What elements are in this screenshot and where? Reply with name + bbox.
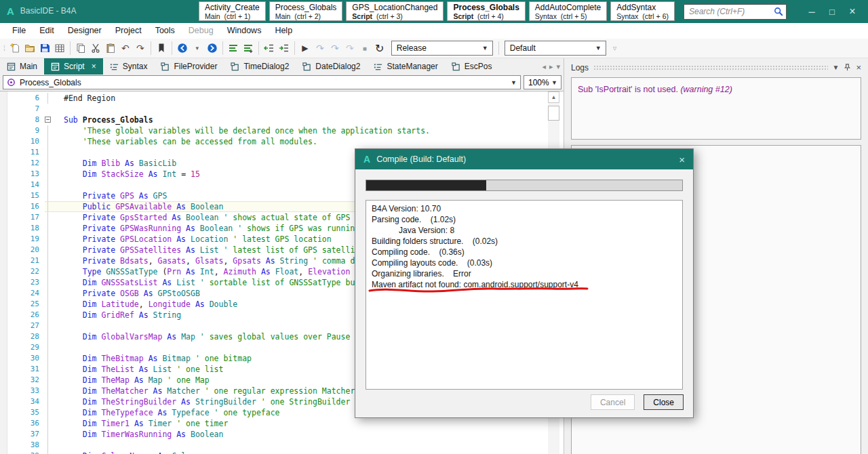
copy-icon[interactable]	[73, 41, 88, 56]
quick-tab-process_globals[interactable]: Process_GlobalsScript (ctrl + 4)	[447, 1, 525, 21]
logs-output[interactable]: Sub 'IsPortrait' is not used. (warning #…	[571, 77, 861, 140]
tab-close-icon[interactable]: ×	[92, 62, 96, 71]
code-text: Dim TimerWasRunning As Boolean	[56, 429, 223, 440]
line-number: 23	[8, 277, 45, 288]
dialog-close-icon[interactable]: ×	[679, 154, 685, 165]
panel-close-icon[interactable]: ×	[856, 62, 861, 73]
fold-guide	[45, 190, 56, 201]
menu-help[interactable]: Help	[268, 23, 299, 39]
close-button[interactable]: Close	[644, 394, 684, 410]
tab-list-icon[interactable]: ▾	[556, 62, 560, 71]
code-line-39: 39 Dim ColourNames As Colours	[8, 451, 543, 454]
minimize-icon[interactable]: ─	[802, 1, 822, 22]
search-box[interactable]	[684, 4, 787, 20]
line-number: 12	[8, 158, 45, 169]
indent-icon[interactable]	[277, 41, 292, 56]
nav-back-caret-icon[interactable]: ▾	[190, 41, 205, 56]
code-text	[56, 180, 83, 190]
compile-log[interactable]: B4A Version: 10.70Parsing code. (1.02s) …	[366, 200, 683, 390]
quick-tab-process_globals[interactable]: Process_GlobalsMain (ctrl + 2)	[269, 1, 343, 21]
pin-icon[interactable]	[844, 64, 851, 71]
menu-project[interactable]: Project	[108, 23, 149, 39]
open-folder-icon[interactable]	[22, 41, 37, 56]
code-text: Private GPSSatellites As List ' latest l…	[56, 245, 369, 255]
outdent-icon[interactable]	[262, 41, 277, 56]
code-module-icon	[374, 62, 382, 71]
quick-tab-addsyntax[interactable]: AddSyntaxSyntax (ctrl + 6)	[610, 1, 675, 21]
tab-scroll-right-icon[interactable]: ▸	[549, 62, 553, 71]
tab-label: StateManager	[387, 62, 437, 71]
build-config-select[interactable]: Default ▼	[505, 41, 606, 56]
cut-icon[interactable]	[88, 41, 103, 56]
cancel-button[interactable]: Cancel	[591, 394, 635, 410]
redo-icon[interactable]: ↷	[133, 41, 148, 56]
compile-dialog-titlebar[interactable]: A Compile (Build: Default) ×	[355, 149, 693, 169]
line-number: 24	[8, 288, 45, 299]
comment-icon[interactable]	[226, 41, 241, 56]
maximize-icon[interactable]: □	[822, 1, 842, 22]
bookmark-icon[interactable]	[154, 41, 169, 56]
code-text: #End Region	[56, 93, 115, 104]
rebuild-icon[interactable]: ↻	[372, 41, 387, 56]
menu-tools[interactable]: Tools	[149, 23, 182, 39]
scroll-up-icon[interactable]: ▲	[548, 91, 559, 103]
module-selector-row: Process_Globals ▼ 100% ▼	[0, 75, 564, 91]
tab-fileprovider[interactable]: FileProvider	[154, 58, 224, 75]
zoom-selector[interactable]: 100% ▼	[524, 75, 561, 89]
undo-icon[interactable]: ↶	[118, 41, 133, 56]
tab-main[interactable]: Main	[0, 58, 44, 75]
toolbar-drag-handle[interactable]: ⁞	[3, 45, 5, 52]
run-icon[interactable]: ▶	[298, 41, 313, 56]
code-line-6: 6#End Region	[8, 93, 543, 104]
menu-debug[interactable]: Debug	[182, 23, 220, 39]
paste-icon[interactable]	[103, 41, 118, 56]
compile-log-line: B4A Version: 10.70	[372, 203, 677, 214]
line-number: 17	[8, 212, 45, 223]
line-number: 34	[8, 396, 45, 407]
tab-label: Main	[20, 62, 37, 71]
menu-file[interactable]: File	[5, 23, 33, 39]
export-table-icon[interactable]	[52, 41, 67, 56]
tab-datedialog2[interactable]: DateDialog2	[296, 58, 367, 75]
quick-tab-addautocomplete[interactable]: AddAutoCompleteSyntax (ctrl + 5)	[529, 1, 607, 21]
sub-selector[interactable]: Process_Globals ▼	[3, 75, 521, 89]
tab-statemanager[interactable]: StateManager	[367, 58, 444, 75]
stop-icon[interactable]: ■	[357, 41, 372, 56]
release-mode-select[interactable]: Release ▼	[391, 41, 493, 56]
scrollbar-thumb[interactable]	[548, 106, 559, 121]
new-file-icon[interactable]	[7, 41, 22, 56]
tab-timedialog2[interactable]: TimeDialog2	[224, 58, 296, 75]
step-into-icon[interactable]: ↷	[313, 41, 328, 56]
fold-guide	[45, 342, 56, 353]
menu-windows[interactable]: Windows	[220, 23, 269, 39]
code-module-icon	[110, 62, 119, 71]
menu-designer[interactable]: Designer	[61, 23, 108, 39]
nav-forward-icon[interactable]	[205, 41, 220, 56]
step-out-icon[interactable]: ↷	[342, 41, 357, 56]
nav-back-icon[interactable]	[175, 41, 190, 56]
class-module-icon	[452, 62, 460, 71]
quick-tab-gps_locationchanged[interactable]: GPS_LocationChangedScript (ctrl + 3)	[346, 1, 443, 21]
save-icon[interactable]	[37, 41, 52, 56]
fold-guide	[45, 451, 56, 454]
tab-script[interactable]: Script×	[44, 58, 103, 75]
tab-escpos[interactable]: EscPos	[445, 58, 499, 75]
line-number: 16	[8, 201, 45, 212]
menu-edit[interactable]: Edit	[33, 23, 61, 39]
close-icon[interactable]: ×	[842, 1, 863, 22]
logs-panel-header[interactable]: Logs ▼ ×	[571, 60, 861, 75]
line-number: 9	[8, 125, 45, 136]
quick-tab-activity_create[interactable]: Activity_CreateMain (ctrl + 1)	[199, 1, 266, 21]
tab-syntax[interactable]: Syntax	[103, 58, 155, 75]
code-text	[56, 104, 64, 115]
uncomment-icon[interactable]	[241, 41, 256, 56]
fold-collapse-icon[interactable]: −	[45, 115, 56, 125]
chevron-down-icon: ▼	[482, 45, 488, 51]
compile-log-line: Java Version: 8	[372, 225, 677, 236]
panel-menu-icon[interactable]: ▼	[833, 64, 840, 71]
search-icon[interactable]	[774, 7, 783, 16]
toolbar-overflow-icon[interactable]: ▿	[613, 44, 617, 53]
step-over-icon[interactable]: ↷	[328, 41, 342, 56]
tab-scroll-left-icon[interactable]: ◂	[542, 62, 546, 71]
search-input[interactable]	[689, 7, 774, 16]
